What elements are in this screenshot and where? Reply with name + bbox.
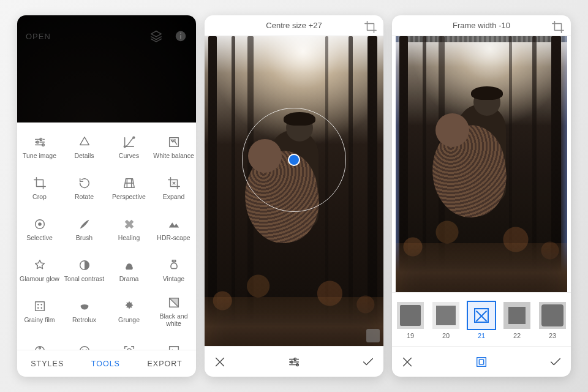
frame-thumb <box>539 302 566 329</box>
tool-details[interactable]: Details <box>62 127 107 167</box>
perspective-icon <box>123 176 136 190</box>
sliders-icon[interactable] <box>287 355 301 369</box>
tool-brush[interactable]: Brush <box>62 209 107 249</box>
compare-icon[interactable] <box>364 20 377 34</box>
tool-label: Crop <box>32 194 47 201</box>
hdr-scape-icon <box>167 217 181 231</box>
grunge-icon <box>123 300 136 313</box>
frame-number: 20 <box>442 332 450 339</box>
svg-rect-2 <box>180 33 181 34</box>
frames-icon[interactable] <box>475 355 488 369</box>
tool-label: Perspective <box>112 194 146 201</box>
crop-icon <box>33 176 47 190</box>
apply-button[interactable] <box>361 355 375 369</box>
tool-grunge[interactable]: Grunge <box>107 292 151 331</box>
tool-tune-image[interactable]: Tune image <box>17 127 62 167</box>
face-enhance-icon <box>78 344 91 350</box>
tool-label: Rotate <box>75 194 94 201</box>
tool-glamour-glow[interactable]: Glamour glow <box>17 251 62 290</box>
tab-styles[interactable]: STYLES <box>31 360 64 368</box>
tool-label: Selective <box>26 235 53 242</box>
svg-point-17 <box>37 307 39 308</box>
film-reel-icon <box>33 344 47 350</box>
svg-point-15 <box>37 304 39 305</box>
svg-rect-33 <box>477 357 486 366</box>
tool-white-balance[interactable]: WBWhite balance <box>151 127 196 167</box>
frame-option-20[interactable]: 20 <box>432 302 460 339</box>
tool-label: Vintage <box>163 276 184 283</box>
glamour-glow-icon <box>33 258 47 272</box>
tool-selective[interactable]: Selective <box>17 209 62 249</box>
tool-curves[interactable]: Curves <box>107 127 151 167</box>
tool-face-enhance[interactable] <box>62 333 107 350</box>
apply-button[interactable] <box>549 355 562 369</box>
open-button[interactable]: OPEN <box>26 32 51 41</box>
drama-icon <box>123 258 136 272</box>
tools-panel: Tune imageDetailsCurvesWBWhite balanceCr… <box>17 123 196 350</box>
tool-tonal-contrast[interactable]: Tonal contrast <box>62 251 107 290</box>
tool-label: Retrolux <box>72 317 96 324</box>
healing-icon <box>123 217 136 231</box>
frame-option-19[interactable]: 19 <box>396 302 424 339</box>
photo-canvas[interactable] <box>205 36 383 346</box>
tool-label: Brush <box>76 235 92 242</box>
frame-option-22[interactable]: 22 <box>503 302 531 339</box>
tool-label: Drama <box>119 276 139 283</box>
svg-rect-34 <box>479 360 483 364</box>
tool-perspective[interactable]: Perspective <box>107 168 151 208</box>
svg-rect-14 <box>35 301 44 311</box>
svg-rect-1 <box>180 35 181 39</box>
tool-face-pose[interactable] <box>107 333 151 350</box>
tab-export[interactable]: EXPORT <box>148 360 183 368</box>
black-and-white-icon <box>167 296 181 309</box>
param-readout: Frame width -10 <box>453 21 510 30</box>
frame-number: 23 <box>549 332 556 339</box>
frame-option-21[interactable]: 21 <box>467 302 496 339</box>
tool-label: Grainy film <box>24 317 55 324</box>
compare-icon[interactable] <box>551 20 565 34</box>
frame-number: 21 <box>478 332 485 339</box>
frame-option-23[interactable]: 23 <box>538 302 567 339</box>
tool-label: Curves <box>119 153 139 160</box>
tool-label: Expand <box>163 194 185 201</box>
tool-retrolux[interactable]: Retrolux <box>62 292 107 331</box>
vintage-icon <box>167 258 181 272</box>
rotate-icon <box>78 176 91 190</box>
tool-hdr-scape[interactable]: HDR-scape <box>151 209 196 249</box>
tool-vintage[interactable]: Vintage <box>151 251 196 290</box>
frame-thumb <box>468 302 495 329</box>
cancel-button[interactable] <box>213 355 227 369</box>
tool-grainy-film[interactable]: Grainy film <box>17 292 62 331</box>
svg-point-21 <box>39 347 40 349</box>
layers-icon[interactable] <box>149 29 163 43</box>
tool-drama[interactable]: Drama <box>107 251 151 290</box>
svg-point-18 <box>40 307 42 308</box>
white-balance-icon: WB <box>167 135 181 149</box>
info-icon[interactable] <box>174 29 187 43</box>
frame-thumb <box>397 302 424 329</box>
screen-centre-size: Centre size +27 <box>205 15 383 377</box>
tool-rotate[interactable]: Rotate <box>62 168 107 208</box>
tool-healing[interactable]: Healing <box>107 209 151 249</box>
tool-film-reel[interactable] <box>17 333 62 350</box>
histogram-icon[interactable] <box>366 329 380 342</box>
grainy-film-icon <box>33 300 47 313</box>
misc-icon <box>167 344 181 350</box>
cancel-button[interactable] <box>401 355 414 369</box>
tool-label: Healing <box>118 235 140 242</box>
bottom-tabs: STYLES TOOLS EXPORT <box>17 350 196 377</box>
tool-misc[interactable] <box>151 333 196 350</box>
focus-ring[interactable] <box>242 108 346 212</box>
tab-tools[interactable]: TOOLS <box>91 360 120 368</box>
screen-frame-width: Frame width -10 1920212223 <box>392 15 571 377</box>
frame-number: 19 <box>407 332 414 339</box>
tool-label: White balance <box>153 153 194 160</box>
photo-canvas[interactable] <box>396 36 567 292</box>
brush-icon <box>78 217 91 231</box>
tool-black-and-white[interactable]: Black and white <box>151 292 196 331</box>
dimmed-preview: OPEN <box>17 15 196 123</box>
tool-crop[interactable]: Crop <box>17 168 62 208</box>
tool-expand[interactable]: Expand <box>151 168 196 208</box>
frame-number: 22 <box>513 332 521 339</box>
svg-point-16 <box>40 304 42 305</box>
